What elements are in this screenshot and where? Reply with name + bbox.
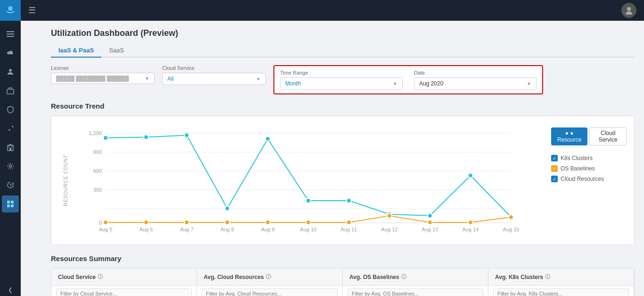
- svg-point-15: [627, 7, 631, 11]
- svg-point-33: [347, 198, 351, 203]
- chart-svg-container: RESOURCE COUNT 1,200 900 600 300: [59, 124, 544, 237]
- filter-avg-cloud-input[interactable]: [202, 288, 338, 296]
- cloud-service-info-icon[interactable]: ⓘ: [98, 273, 103, 280]
- sidebar-item-cloud[interactable]: [2, 44, 19, 61]
- cloud-resources-label: Cloud Resources: [561, 176, 604, 182]
- avg-cloud-info-icon[interactable]: ⓘ: [266, 273, 271, 280]
- svg-text:600: 600: [93, 168, 102, 174]
- svg-text:Aug 9: Aug 9: [261, 227, 275, 232]
- license-select-arrow: ▼: [145, 76, 149, 81]
- sidebar-item-user[interactable]: [2, 63, 19, 80]
- sidebar-item-building[interactable]: [2, 139, 19, 156]
- sidebar-item-shield[interactable]: [2, 101, 19, 118]
- svg-rect-3: [7, 36, 14, 37]
- svg-text:Aug 13: Aug 13: [422, 227, 438, 232]
- table-header-row: Cloud Service ⓘ Avg. Cloud Resources ⓘ A…: [51, 269, 634, 286]
- svg-rect-11: [7, 201, 10, 203]
- svg-point-30: [225, 206, 230, 211]
- svg-rect-8: [8, 146, 9, 147]
- svg-point-47: [468, 220, 473, 225]
- cloud-resources-checkbox[interactable]: ✓: [551, 176, 558, 182]
- license-select[interactable]: █████ ████████ ██████ ▼: [51, 73, 155, 84]
- svg-text:Aug 5: Aug 5: [99, 227, 113, 232]
- resources-summary-section: Resources Summary Cloud Service ⓘ Avg. C…: [51, 254, 635, 296]
- svg-point-46: [428, 220, 432, 225]
- sidebar-item-history[interactable]: [2, 177, 19, 194]
- svg-point-27: [103, 135, 108, 140]
- svg-text:Aug 11: Aug 11: [341, 227, 357, 232]
- legend-cloud-resources: ✓ Cloud Resources: [551, 176, 627, 182]
- legend-os: ✓ OS Baselines: [551, 165, 627, 172]
- filter-avg-k8s-cell: [488, 286, 634, 296]
- svg-text:Aug 7: Aug 7: [180, 227, 194, 232]
- svg-point-43: [306, 220, 311, 225]
- svg-text:Aug 10: Aug 10: [300, 227, 317, 232]
- user-avatar[interactable]: [621, 3, 636, 18]
- svg-point-32: [306, 198, 311, 203]
- col-cloud-service: Cloud Service ⓘ: [51, 269, 197, 285]
- date-select[interactable]: Aug 2020 ▼: [414, 77, 537, 90]
- svg-text:900: 900: [93, 149, 102, 155]
- time-range-block: Time Range Month ▼: [280, 70, 403, 90]
- filter-avg-os-cell: [343, 286, 488, 296]
- resource-toggle-btn[interactable]: ● ● Resource: [551, 127, 587, 145]
- svg-rect-9: [11, 146, 12, 147]
- col-avg-cloud: Avg. Cloud Resources ⓘ: [197, 269, 343, 285]
- os-label: OS Baselines: [561, 165, 595, 172]
- os-checkbox[interactable]: ✓: [551, 165, 558, 172]
- svg-point-45: [387, 213, 392, 218]
- cloud-service-toggle-btn[interactable]: Cloud Service: [589, 127, 627, 145]
- svg-point-4: [9, 69, 12, 72]
- license-filter-group: License █████ ████████ ██████ ▼: [51, 65, 155, 94]
- cloud-service-label: Cloud Service: [162, 65, 266, 71]
- resources-summary-title: Resources Summary: [51, 254, 635, 262]
- k8s-checkbox[interactable]: ✓: [551, 155, 558, 161]
- tab-bar: IaaS & PaaS SaaS: [51, 44, 635, 58]
- svg-text:Aug 12: Aug 12: [381, 227, 398, 232]
- main-content: Utilization Dashboard (Preview) IaaS & P…: [41, 21, 644, 296]
- sidebar-item-tools[interactable]: [2, 120, 19, 137]
- topbar: ☰: [21, 0, 644, 21]
- chart-svg: 1,200 900 600 300 0: [59, 124, 544, 237]
- sidebar-logo: [0, 0, 21, 21]
- collapse-icon: ❮: [8, 287, 13, 293]
- svg-point-39: [144, 220, 149, 225]
- svg-rect-2: [7, 34, 14, 34]
- filter-avg-k8s-input[interactable]: [493, 288, 629, 296]
- chart-area: RESOURCE COUNT 1,200 900 600 300: [59, 124, 544, 237]
- cloud-service-select[interactable]: All ▼: [162, 73, 266, 85]
- svg-rect-7: [9, 148, 11, 151]
- hamburger-button[interactable]: ☰: [28, 5, 36, 16]
- svg-rect-12: [11, 201, 14, 203]
- filter-row: License █████ ████████ ██████ ▼ Cloud Se…: [51, 65, 635, 94]
- resource-trend-section: Resource Trend RESOURCE COUNT 1,200: [51, 102, 635, 245]
- sidebar-collapse-btn[interactable]: ❮: [0, 284, 21, 296]
- chart-legend: ● ● Resource Cloud Service ✓ K8s Cluster…: [551, 124, 627, 237]
- tab-iaas-paas[interactable]: IaaS & PaaS: [51, 44, 101, 58]
- filter-avg-os-input[interactable]: [347, 288, 483, 296]
- filter-cloud-service-input[interactable]: [56, 288, 192, 296]
- svg-text:300: 300: [93, 187, 102, 193]
- avg-k8s-info-icon[interactable]: ⓘ: [545, 273, 550, 280]
- sidebar-item-menu[interactable]: [2, 25, 19, 42]
- svg-point-41: [225, 220, 230, 225]
- tab-saas[interactable]: SaaS: [101, 44, 132, 58]
- sidebar-item-briefcase[interactable]: [2, 82, 19, 99]
- svg-rect-13: [7, 204, 10, 207]
- time-range-select[interactable]: Month ▼: [280, 77, 403, 90]
- date-arrow: ▼: [527, 81, 531, 86]
- k8s-label: K8s Clusters: [561, 155, 593, 161]
- avg-os-info-icon[interactable]: ⓘ: [401, 273, 406, 280]
- y-axis-label: RESOURCE COUNT: [63, 154, 68, 206]
- svg-text:Aug 6: Aug 6: [140, 227, 153, 232]
- svg-text:Aug 14: Aug 14: [462, 227, 479, 232]
- svg-point-44: [347, 220, 351, 225]
- sidebar-item-dashboard[interactable]: [2, 195, 19, 212]
- license-label: License: [51, 65, 155, 71]
- legend-toggle-row: ● ● Resource Cloud Service: [551, 127, 627, 145]
- svg-point-31: [265, 136, 270, 141]
- time-range-value: Month: [285, 80, 301, 87]
- date-block: Date Aug 2020 ▼: [414, 70, 537, 90]
- cloud-service-filter-group: Cloud Service All ▼: [162, 65, 266, 94]
- sidebar-item-settings[interactable]: [2, 158, 19, 175]
